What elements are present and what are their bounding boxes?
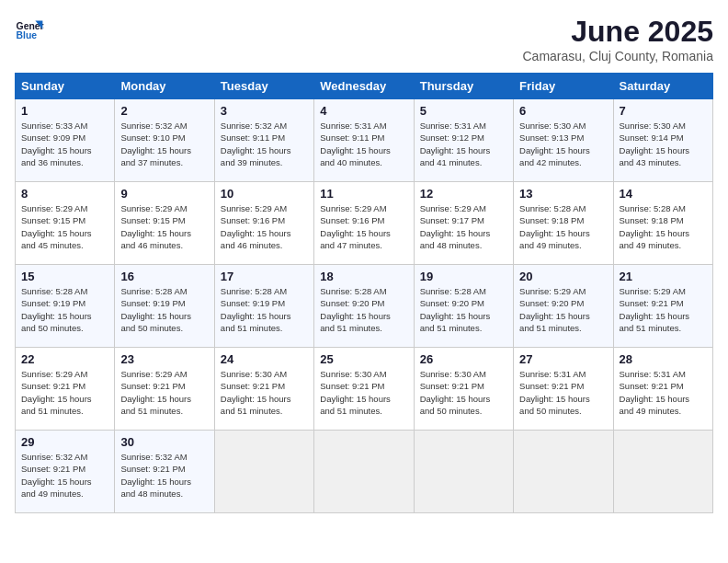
day-number: 16 <box>120 270 208 283</box>
day-info: Sunrise: 5:29 AM Sunset: 9:16 PM Dayligh… <box>320 202 407 251</box>
day-info: Sunrise: 5:28 AM Sunset: 9:20 PM Dayligh… <box>320 285 407 334</box>
day-info: Sunrise: 5:32 AM Sunset: 9:10 PM Dayligh… <box>120 120 208 168</box>
day-info: Sunrise: 5:32 AM Sunset: 9:21 PM Dayligh… <box>21 451 108 500</box>
day-number: 15 <box>21 270 108 283</box>
header-tuesday: Tuesday <box>214 74 313 99</box>
day-info: Sunrise: 5:30 AM Sunset: 9:13 PM Dayligh… <box>519 120 607 168</box>
table-row: 2Sunrise: 5:32 AM Sunset: 9:10 PM Daylig… <box>115 99 214 182</box>
day-number: 20 <box>519 270 607 283</box>
day-info: Sunrise: 5:30 AM Sunset: 9:21 PM Dayligh… <box>221 368 308 417</box>
day-info: Sunrise: 5:28 AM Sunset: 9:18 PM Dayligh… <box>519 202 607 251</box>
day-number: 11 <box>320 187 407 201</box>
day-number: 25 <box>320 352 407 366</box>
table-row: 15Sunrise: 5:28 AM Sunset: 9:19 PM Dayli… <box>16 265 115 348</box>
day-number: 10 <box>221 187 308 201</box>
day-number: 13 <box>519 187 607 201</box>
table-row: 19Sunrise: 5:28 AM Sunset: 9:20 PM Dayli… <box>414 265 513 348</box>
header-sunday: Sunday <box>16 74 115 99</box>
table-row: 21Sunrise: 5:29 AM Sunset: 9:21 PM Dayli… <box>613 265 712 348</box>
calendar-subtitle: Camarasu, Cluj County, Romania <box>523 49 714 63</box>
table-row <box>514 431 613 513</box>
day-info: Sunrise: 5:31 AM Sunset: 9:11 PM Dayligh… <box>320 120 407 168</box>
table-row: 4Sunrise: 5:31 AM Sunset: 9:11 PM Daylig… <box>314 99 414 182</box>
table-row <box>613 431 712 513</box>
day-number: 19 <box>420 270 507 283</box>
calendar-week-5: 29Sunrise: 5:32 AM Sunset: 9:21 PM Dayli… <box>16 431 713 513</box>
table-row: 18Sunrise: 5:28 AM Sunset: 9:20 PM Dayli… <box>314 265 414 348</box>
table-row: 20Sunrise: 5:29 AM Sunset: 9:20 PM Dayli… <box>514 265 613 348</box>
table-row: 8Sunrise: 5:29 AM Sunset: 9:15 PM Daylig… <box>16 182 115 265</box>
day-number: 27 <box>519 352 607 366</box>
day-info: Sunrise: 5:30 AM Sunset: 9:14 PM Dayligh… <box>620 120 707 168</box>
table-row: 14Sunrise: 5:28 AM Sunset: 9:18 PM Dayli… <box>613 182 712 265</box>
header-friday: Friday <box>514 74 613 99</box>
page-header: General Blue June 2025 Camarasu, Cluj Co… <box>15 15 713 63</box>
day-number: 5 <box>420 104 507 118</box>
table-row: 10Sunrise: 5:29 AM Sunset: 9:16 PM Dayli… <box>214 182 313 265</box>
day-info: Sunrise: 5:29 AM Sunset: 9:21 PM Dayligh… <box>620 285 707 334</box>
table-row: 22Sunrise: 5:29 AM Sunset: 9:21 PM Dayli… <box>16 348 115 431</box>
header-wednesday: Wednesday <box>314 74 414 99</box>
day-info: Sunrise: 5:31 AM Sunset: 9:21 PM Dayligh… <box>620 368 707 417</box>
day-info: Sunrise: 5:30 AM Sunset: 9:21 PM Dayligh… <box>420 368 507 417</box>
header-thursday: Thursday <box>414 74 513 99</box>
day-info: Sunrise: 5:29 AM Sunset: 9:21 PM Dayligh… <box>120 368 208 417</box>
table-row: 9Sunrise: 5:29 AM Sunset: 9:15 PM Daylig… <box>115 182 214 265</box>
table-row: 24Sunrise: 5:30 AM Sunset: 9:21 PM Dayli… <box>214 348 313 431</box>
table-row: 1Sunrise: 5:33 AM Sunset: 9:09 PM Daylig… <box>16 99 115 182</box>
day-info: Sunrise: 5:28 AM Sunset: 9:19 PM Dayligh… <box>120 285 208 334</box>
table-row: 29Sunrise: 5:32 AM Sunset: 9:21 PM Dayli… <box>16 431 115 513</box>
day-number: 9 <box>120 187 208 201</box>
table-row: 30Sunrise: 5:32 AM Sunset: 9:21 PM Dayli… <box>115 431 214 513</box>
day-number: 22 <box>21 352 108 366</box>
table-row: 13Sunrise: 5:28 AM Sunset: 9:18 PM Dayli… <box>514 182 613 265</box>
day-number: 8 <box>21 187 108 201</box>
logo: General Blue <box>15 15 44 44</box>
table-row: 3Sunrise: 5:32 AM Sunset: 9:11 PM Daylig… <box>214 99 313 182</box>
day-info: Sunrise: 5:28 AM Sunset: 9:19 PM Dayligh… <box>221 285 308 334</box>
calendar-week-1: 1Sunrise: 5:33 AM Sunset: 9:09 PM Daylig… <box>16 99 713 182</box>
svg-text:Blue: Blue <box>17 30 38 40</box>
table-row <box>314 431 414 513</box>
table-row: 5Sunrise: 5:31 AM Sunset: 9:12 PM Daylig… <box>414 99 513 182</box>
calendar-week-4: 22Sunrise: 5:29 AM Sunset: 9:21 PM Dayli… <box>16 348 713 431</box>
calendar-table: SundayMondayTuesdayWednesdayThursdayFrid… <box>15 73 713 513</box>
table-row <box>214 431 313 513</box>
day-number: 26 <box>420 352 507 366</box>
day-number: 1 <box>21 104 108 118</box>
day-number: 30 <box>120 435 208 449</box>
table-row: 23Sunrise: 5:29 AM Sunset: 9:21 PM Dayli… <box>115 348 214 431</box>
logo-icon: General Blue <box>15 15 44 44</box>
day-info: Sunrise: 5:29 AM Sunset: 9:15 PM Dayligh… <box>120 202 208 251</box>
day-number: 2 <box>120 104 208 118</box>
header-saturday: Saturday <box>613 74 712 99</box>
day-number: 28 <box>620 352 707 366</box>
day-number: 12 <box>420 187 507 201</box>
day-number: 4 <box>320 104 407 118</box>
title-area: June 2025 Camarasu, Cluj County, Romania <box>523 15 714 63</box>
day-number: 17 <box>221 270 308 283</box>
day-info: Sunrise: 5:32 AM Sunset: 9:21 PM Dayligh… <box>120 451 208 500</box>
day-info: Sunrise: 5:29 AM Sunset: 9:16 PM Dayligh… <box>221 202 308 251</box>
table-row: 7Sunrise: 5:30 AM Sunset: 9:14 PM Daylig… <box>613 99 712 182</box>
day-number: 23 <box>120 352 208 366</box>
day-number: 21 <box>620 270 707 283</box>
day-info: Sunrise: 5:30 AM Sunset: 9:21 PM Dayligh… <box>320 368 407 417</box>
day-info: Sunrise: 5:29 AM Sunset: 9:20 PM Dayligh… <box>519 285 607 334</box>
day-number: 18 <box>320 270 407 283</box>
day-info: Sunrise: 5:28 AM Sunset: 9:19 PM Dayligh… <box>21 285 108 334</box>
calendar-week-2: 8Sunrise: 5:29 AM Sunset: 9:15 PM Daylig… <box>16 182 713 265</box>
header-row: SundayMondayTuesdayWednesdayThursdayFrid… <box>16 74 713 99</box>
table-row: 11Sunrise: 5:29 AM Sunset: 9:16 PM Dayli… <box>314 182 414 265</box>
day-info: Sunrise: 5:28 AM Sunset: 9:20 PM Dayligh… <box>420 285 507 334</box>
day-number: 6 <box>519 104 607 118</box>
table-row: 25Sunrise: 5:30 AM Sunset: 9:21 PM Dayli… <box>314 348 414 431</box>
table-row: 28Sunrise: 5:31 AM Sunset: 9:21 PM Dayli… <box>613 348 712 431</box>
day-number: 24 <box>221 352 308 366</box>
calendar-title: June 2025 <box>523 15 714 49</box>
table-row <box>414 431 513 513</box>
day-info: Sunrise: 5:32 AM Sunset: 9:11 PM Dayligh… <box>221 120 308 168</box>
day-number: 3 <box>221 104 308 118</box>
day-info: Sunrise: 5:31 AM Sunset: 9:12 PM Dayligh… <box>420 120 507 168</box>
table-row: 27Sunrise: 5:31 AM Sunset: 9:21 PM Dayli… <box>514 348 613 431</box>
